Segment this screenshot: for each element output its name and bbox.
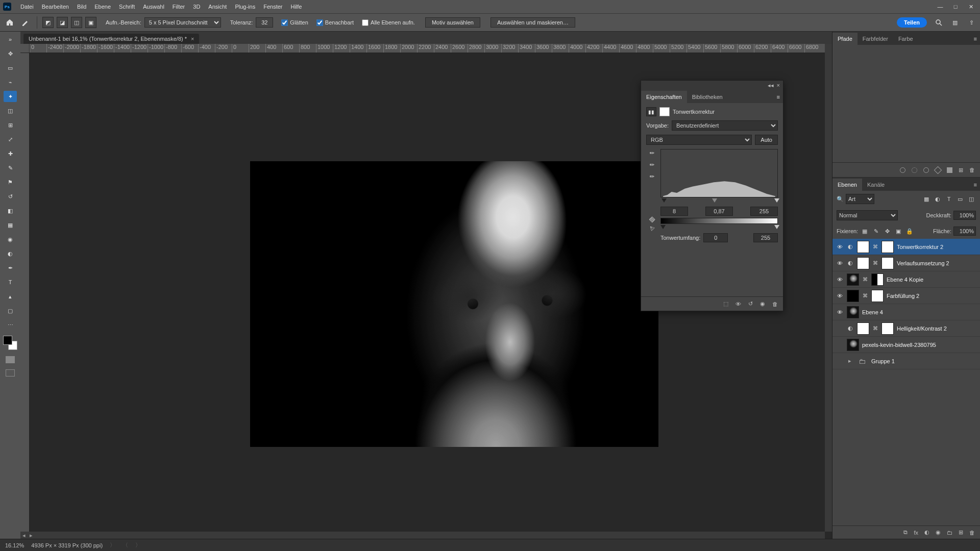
tab-swatches[interactable]: Farbfelder [857, 33, 893, 45]
doc-dimensions[interactable]: 4936 Px × 3319 Px (300 ppi) [31, 542, 103, 548]
blend-mode-dropdown[interactable]: Normal [837, 210, 898, 220]
footer-diamond-icon[interactable] [934, 166, 942, 174]
crop-tool[interactable]: ◫ [4, 105, 17, 116]
delete-adjustment-icon[interactable]: 🗑 [772, 301, 778, 307]
vertical-ruler[interactable] [20, 53, 30, 539]
layer-row[interactable]: ◐⌘Helligkeit/Kontrast 2 [832, 320, 980, 337]
link-icon[interactable]: ⌘ [872, 325, 878, 331]
pen-tool[interactable]: ✒ [4, 262, 17, 273]
lock-trans-icon[interactable]: ▦ [860, 227, 869, 236]
ruler-origin[interactable] [20, 44, 30, 53]
brush-tool[interactable]: ✎ [4, 162, 17, 173]
group-icon[interactable]: 🗀 [947, 530, 952, 536]
layer-thumbnail[interactable] [847, 273, 859, 286]
toggle-visibility-icon[interactable]: ◉ [760, 300, 765, 307]
input-sliders[interactable] [660, 199, 778, 205]
lasso-tool[interactable]: ⌁ [4, 77, 17, 88]
layer-name[interactable]: pexels-kevin-bidwell-2380795 [862, 342, 977, 348]
tab-channels[interactable]: Kanäle [862, 179, 890, 191]
delete-layer-icon[interactable]: 🗑 [969, 530, 975, 536]
layer-name[interactable]: Farbfüllung 2 [887, 293, 977, 299]
filter-shape-icon[interactable]: ▭ [955, 194, 965, 204]
shape-tool[interactable]: ▢ [4, 305, 17, 316]
horizontal-ruler[interactable]: 0-2400-2000-1800-1600-1400-1200-1000-800… [30, 44, 832, 53]
layer-name[interactable]: Ebene 4 Kopie [887, 277, 977, 283]
layer-row[interactable]: 👁⌘Ebene 4 Kopie [832, 271, 980, 288]
output-black-input[interactable] [703, 233, 728, 242]
lock-pos-icon[interactable]: ✥ [883, 227, 892, 236]
layer-thumbnail[interactable] [847, 290, 859, 302]
layer-row[interactable]: pexels-kevin-bidwell-2380795 [832, 337, 980, 353]
minimize-button[interactable]: — [937, 4, 943, 10]
output-gradient[interactable] [660, 218, 778, 224]
vertical-scrollbar[interactable] [825, 44, 832, 532]
link-icon[interactable]: ⌘ [862, 277, 868, 282]
lock-paint-icon[interactable]: ✎ [871, 227, 880, 236]
footer-circle-icon[interactable] [923, 167, 929, 173]
reset-icon[interactable]: ↺ [748, 300, 753, 307]
tab-layers[interactable]: Ebenen [832, 179, 862, 191]
new-layer-icon[interactable]: ⊞ [959, 529, 963, 536]
expand-icon[interactable]: ▸ [847, 358, 853, 364]
search-icon[interactable]: 🔍 [837, 196, 844, 203]
add-selection-icon[interactable]: ◪ [57, 17, 68, 28]
menu-fenster[interactable]: Fenster [259, 4, 286, 10]
eraser-tool[interactable]: ◧ [4, 205, 17, 216]
tab-properties[interactable]: Eigenschaften [641, 91, 687, 103]
lock-all-icon[interactable]: 🔒 [905, 227, 914, 236]
adjustment-icon[interactable]: ◉ [936, 529, 941, 536]
output-sliders[interactable] [660, 226, 778, 231]
link-icon[interactable]: ⌘ [862, 293, 868, 298]
contiguous-check[interactable]: Benachbart [316, 19, 354, 26]
visibility-toggle[interactable]: 👁 [836, 277, 844, 283]
search-icon[interactable] [934, 18, 943, 27]
link-icon[interactable]: ⌘ [872, 260, 878, 266]
mask-thumbnail[interactable] [881, 322, 894, 335]
layer-name[interactable]: Helligkeit/Kontrast 2 [897, 325, 977, 332]
home-button[interactable] [4, 17, 15, 28]
lock-nest-icon[interactable]: ▣ [894, 227, 903, 236]
opacity-input[interactable] [953, 211, 976, 220]
dodge-tool[interactable]: ◐ [4, 248, 17, 259]
output-white-input[interactable] [753, 233, 778, 242]
new-selection-icon[interactable]: ◩ [42, 17, 54, 28]
zoom-level[interactable]: 16.12% [5, 542, 24, 548]
mask-thumbnail[interactable] [871, 273, 884, 286]
filter-pixel-icon[interactable]: ▩ [922, 194, 931, 204]
menu-auswahl[interactable]: Auswahl [139, 4, 168, 10]
white-point-input[interactable] [750, 207, 778, 216]
visibility-toggle[interactable]: 👁 [836, 260, 844, 266]
horizontal-scrollbar[interactable]: ◂▸ [20, 532, 825, 539]
blur-tool[interactable]: ◉ [4, 234, 17, 245]
black-eyedropper-icon[interactable]: ✎ [648, 149, 656, 158]
close-tab-icon[interactable]: × [191, 36, 194, 42]
history-brush-tool[interactable]: ↺ [4, 191, 17, 202]
filter-adjust-icon[interactable]: ◐ [933, 194, 942, 204]
menu-ebene[interactable]: Ebene [90, 4, 115, 10]
menu-3d[interactable]: 3D [189, 4, 204, 10]
layer-row[interactable]: 👁Ebene 4 [832, 304, 980, 320]
intersect-selection-icon[interactable]: ▣ [85, 17, 96, 28]
move-tool[interactable]: ✥ [4, 48, 17, 59]
stamp-tool[interactable]: ⚑ [4, 177, 17, 188]
gamma-input[interactable] [705, 207, 733, 216]
export-icon[interactable]: ⇪ [967, 18, 976, 27]
filter-type-icon[interactable]: T [944, 194, 953, 204]
collapse-toolbar-icon[interactable]: » [4, 34, 17, 45]
calc-icon[interactable]: ▥ [648, 215, 656, 223]
frame-tool[interactable]: ⊞ [4, 119, 17, 131]
layer-filter-type[interactable]: Art [846, 194, 874, 204]
layer-thumbnail[interactable] [847, 339, 859, 351]
footer-square-icon[interactable] [947, 167, 952, 173]
antialias-check[interactable]: Glätten [281, 19, 308, 26]
menu-filter[interactable]: Filter [168, 4, 189, 10]
select-subject-button[interactable]: Motiv auswählen [425, 17, 480, 28]
canvas-image[interactable] [250, 161, 658, 447]
gray-eyedropper-icon[interactable]: ✎ [648, 161, 656, 169]
layer-thumbnail[interactable] [857, 322, 869, 335]
filter-smart-icon[interactable]: ◫ [967, 194, 976, 204]
footer-circle-icon[interactable] [912, 167, 917, 173]
delete-path-icon[interactable]: 🗑 [969, 167, 975, 173]
tab-libraries[interactable]: Bibliotheken [687, 91, 728, 103]
menu-plug-ins[interactable]: Plug-ins [231, 4, 259, 10]
